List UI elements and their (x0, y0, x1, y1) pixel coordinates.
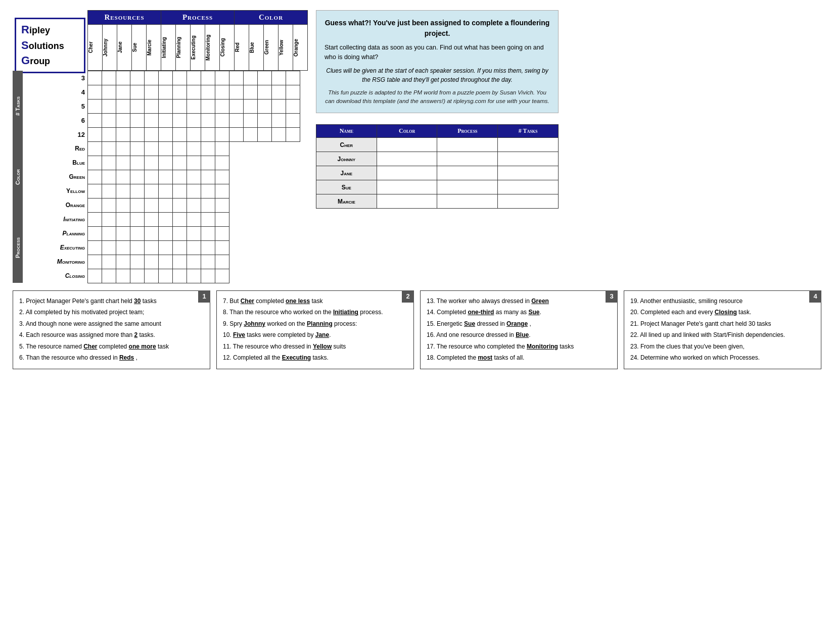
cell-r4-c3[interactable] (130, 128, 145, 142)
cell-r3-c5[interactable] (159, 114, 173, 128)
cell-r6-c2[interactable] (116, 156, 130, 170)
cell-r4-c1[interactable] (102, 128, 116, 142)
cell-r2-c10[interactable] (229, 100, 244, 114)
cell-r4-c0[interactable] (88, 128, 102, 142)
cell-r9-c6[interactable] (173, 199, 187, 213)
cell-r10-c2[interactable] (116, 213, 130, 227)
cell-r2-c5[interactable] (159, 100, 173, 114)
cell-r3-c2[interactable] (116, 114, 130, 128)
cell-r1-c7[interactable] (187, 85, 201, 100)
cell-r0-c4[interactable] (145, 71, 159, 85)
cell-r7-c5[interactable] (159, 170, 173, 184)
cell-r11-c3[interactable] (130, 227, 145, 241)
answer-process-4[interactable] (437, 194, 498, 209)
cell-r9-c7[interactable] (187, 199, 201, 213)
cell-r11-c4[interactable] (145, 227, 159, 241)
cell-r2-c13[interactable] (272, 100, 286, 114)
cell-r12-c8[interactable] (201, 241, 215, 255)
cell-r14-c4[interactable] (145, 269, 159, 283)
cell-r14-c9[interactable] (215, 269, 229, 283)
cell-r11-c9[interactable] (215, 227, 229, 241)
cell-r14-c8[interactable] (201, 269, 215, 283)
answer-tasks-0[interactable] (498, 138, 559, 152)
cell-r6-c5[interactable] (159, 156, 173, 170)
cell-r13-c6[interactable] (173, 255, 187, 269)
cell-r3-c7[interactable] (187, 114, 201, 128)
cell-r10-c5[interactable] (159, 213, 173, 227)
answer-tasks-4[interactable] (498, 194, 559, 209)
cell-r6-c4[interactable] (145, 156, 159, 170)
cell-r9-c3[interactable] (130, 199, 145, 213)
cell-r11-c6[interactable] (173, 227, 187, 241)
cell-r7-c0[interactable] (88, 170, 102, 184)
cell-r8-c1[interactable] (102, 184, 116, 199)
cell-r3-c3[interactable] (130, 114, 145, 128)
cell-r12-c9[interactable] (215, 241, 229, 255)
cell-r14-c7[interactable] (187, 269, 201, 283)
cell-r1-c13[interactable] (272, 85, 286, 100)
cell-r8-c2[interactable] (116, 184, 130, 199)
cell-r1-c0[interactable] (88, 85, 102, 100)
cell-r7-c4[interactable] (145, 170, 159, 184)
cell-r14-c0[interactable] (88, 269, 102, 283)
cell-r10-c0[interactable] (88, 213, 102, 227)
cell-r13-c5[interactable] (159, 255, 173, 269)
cell-r11-c1[interactable] (102, 227, 116, 241)
cell-r4-c7[interactable] (187, 128, 201, 142)
cell-r2-c8[interactable] (201, 100, 215, 114)
cell-r5-c8[interactable] (201, 142, 215, 156)
cell-r4-c10[interactable] (229, 128, 244, 142)
answer-color-2[interactable] (377, 166, 437, 180)
cell-r10-c9[interactable] (215, 213, 229, 227)
cell-r3-c11[interactable] (244, 114, 258, 128)
cell-r7-c9[interactable] (215, 170, 229, 184)
cell-r9-c8[interactable] (201, 199, 215, 213)
cell-r13-c7[interactable] (187, 255, 201, 269)
cell-r9-c0[interactable] (88, 199, 102, 213)
cell-r2-c11[interactable] (244, 100, 258, 114)
cell-r8-c9[interactable] (215, 184, 229, 199)
cell-r13-c0[interactable] (88, 255, 102, 269)
cell-r2-c0[interactable] (88, 100, 102, 114)
cell-r5-c1[interactable] (102, 142, 116, 156)
cell-r3-c8[interactable] (201, 114, 215, 128)
answer-tasks-3[interactable] (498, 180, 559, 194)
cell-r9-c4[interactable] (145, 199, 159, 213)
cell-r13-c8[interactable] (201, 255, 215, 269)
cell-r12-c4[interactable] (145, 241, 159, 255)
cell-r1-c9[interactable] (215, 85, 229, 100)
cell-r10-c6[interactable] (173, 213, 187, 227)
cell-r9-c5[interactable] (159, 199, 173, 213)
answer-color-3[interactable] (377, 180, 437, 194)
cell-r4-c9[interactable] (215, 128, 229, 142)
cell-r2-c4[interactable] (145, 100, 159, 114)
cell-r8-c4[interactable] (145, 184, 159, 199)
cell-r2-c2[interactable] (116, 100, 130, 114)
cell-r14-c3[interactable] (130, 269, 145, 283)
cell-r5-c2[interactable] (116, 142, 130, 156)
cell-r6-c6[interactable] (173, 156, 187, 170)
cell-r0-c7[interactable] (187, 71, 201, 85)
cell-r4-c5[interactable] (159, 128, 173, 142)
cell-r8-c6[interactable] (173, 184, 187, 199)
cell-r0-c2[interactable] (116, 71, 130, 85)
cell-r14-c1[interactable] (102, 269, 116, 283)
cell-r3-c1[interactable] (102, 114, 116, 128)
cell-r0-c14[interactable] (286, 71, 300, 85)
cell-r7-c3[interactable] (130, 170, 145, 184)
cell-r7-c6[interactable] (173, 170, 187, 184)
cell-r12-c7[interactable] (187, 241, 201, 255)
cell-r7-c8[interactable] (201, 170, 215, 184)
cell-r1-c11[interactable] (244, 85, 258, 100)
answer-process-2[interactable] (437, 166, 498, 180)
cell-r4-c14[interactable] (286, 128, 300, 142)
cell-r9-c1[interactable] (102, 199, 116, 213)
cell-r12-c2[interactable] (116, 241, 130, 255)
cell-r13-c1[interactable] (102, 255, 116, 269)
cell-r6-c1[interactable] (102, 156, 116, 170)
cell-r0-c13[interactable] (272, 71, 286, 85)
cell-r10-c1[interactable] (102, 213, 116, 227)
cell-r0-c3[interactable] (130, 71, 145, 85)
cell-r5-c7[interactable] (187, 142, 201, 156)
cell-r4-c11[interactable] (244, 128, 258, 142)
